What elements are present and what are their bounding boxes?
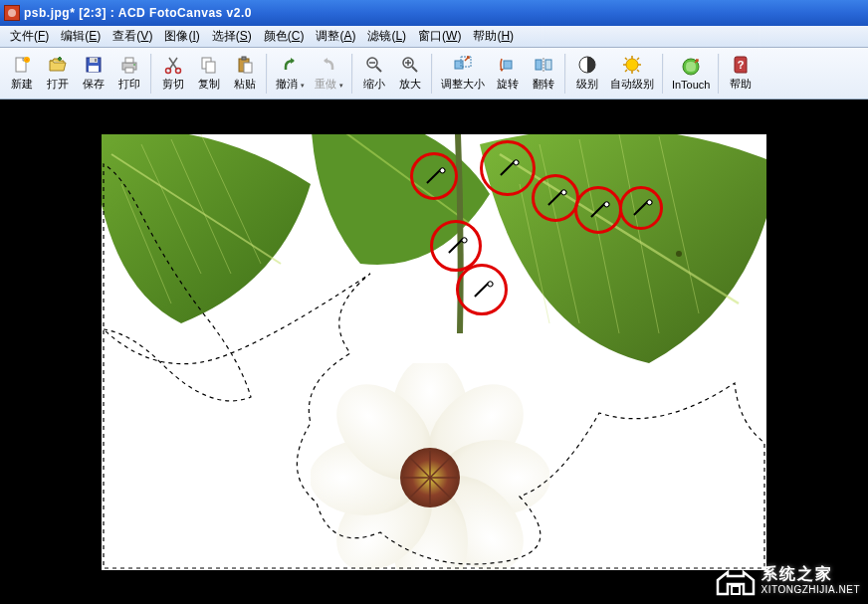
svg-line-22 xyxy=(412,67,417,72)
cut-label: 剪切 xyxy=(162,77,184,92)
svg-line-39 xyxy=(637,58,639,60)
redo-button: 重做 ▾ xyxy=(311,51,347,97)
resize-button[interactable]: 调整大小 xyxy=(437,51,489,97)
new-label: 新建 xyxy=(11,77,33,92)
watermark-name: 系统之家 xyxy=(761,564,861,583)
new-button[interactable]: 新建 xyxy=(5,51,39,97)
dropdown-arrow-icon: ▾ xyxy=(299,82,305,89)
open-label: 打开 xyxy=(47,77,69,92)
toolbar-separator xyxy=(150,54,152,94)
svg-point-43 xyxy=(676,251,682,257)
svg-rect-8 xyxy=(125,58,133,63)
annotation-circle xyxy=(430,220,482,272)
menu-e[interactable]: 编辑(E) xyxy=(55,26,107,47)
svg-rect-14 xyxy=(206,62,215,73)
rotate-button[interactable]: 旋转 xyxy=(491,51,525,97)
copy-label: 复制 xyxy=(198,77,220,92)
watermark-logo-icon xyxy=(714,562,756,598)
zoomout-button[interactable]: 缩小 xyxy=(357,51,391,97)
levels-label: 级别 xyxy=(576,77,598,92)
svg-rect-29 xyxy=(545,60,551,70)
new-icon xyxy=(12,55,32,75)
svg-rect-6 xyxy=(95,59,97,62)
toolbar-separator xyxy=(266,54,268,94)
save-icon xyxy=(84,55,104,75)
autolevels-button[interactable]: 自动级别 xyxy=(606,51,658,97)
help-button[interactable]: ?帮助 xyxy=(724,51,758,97)
autolevels-icon xyxy=(622,55,642,75)
svg-text:?: ? xyxy=(738,59,745,71)
magic-wand-cursor-icon xyxy=(500,160,516,176)
save-button[interactable]: 保存 xyxy=(77,51,110,97)
toolbar-separator xyxy=(662,54,664,94)
annotation-circle xyxy=(480,140,536,196)
zoomin-icon xyxy=(400,55,420,75)
svg-line-37 xyxy=(625,58,627,60)
menu-c[interactable]: 颜色(C) xyxy=(258,26,311,47)
svg-rect-61 xyxy=(732,586,740,594)
menu-a[interactable]: 调整(A) xyxy=(310,26,361,47)
menu-l[interactable]: 滤镜(L) xyxy=(361,26,412,47)
menu-s[interactable]: 选择(S) xyxy=(206,26,258,47)
rotate-icon xyxy=(498,55,518,75)
save-label: 保存 xyxy=(83,77,105,92)
toolbar: 新建打开保存打印剪切复制粘贴撤消 ▾重做 ▾缩小放大调整大小旋转翻转级别自动级别… xyxy=(0,48,868,100)
autolevels-label: 自动级别 xyxy=(610,77,654,92)
menu-h[interactable]: 帮助(H) xyxy=(467,26,520,47)
undo-button[interactable]: 撤消 ▾ xyxy=(272,51,309,97)
toolbar-separator xyxy=(351,54,353,94)
copy-icon xyxy=(199,55,219,75)
resize-icon xyxy=(453,55,473,75)
paste-icon xyxy=(235,55,255,75)
copy-button[interactable]: 复制 xyxy=(192,51,226,97)
undo-icon xyxy=(280,55,300,75)
magic-wand-cursor-icon xyxy=(590,202,606,218)
print-icon xyxy=(119,55,139,75)
flip-label: 翻转 xyxy=(533,77,554,92)
redo-label: 重做 ▾ xyxy=(315,77,343,92)
watermark: 系统之家 XITONGZHIJIA.NET xyxy=(714,562,861,598)
help-icon: ? xyxy=(731,55,751,75)
svg-point-0 xyxy=(8,9,16,17)
menu-v[interactable]: 查看(V) xyxy=(107,26,158,47)
svg-line-40 xyxy=(625,70,627,72)
magic-wand-cursor-icon xyxy=(474,282,490,298)
redo-icon xyxy=(319,55,338,75)
flower-image xyxy=(311,363,549,570)
menubar: 文件(F)编辑(E)查看(V)图像(I)选择(S)颜色(C)调整(A)滤镜(L)… xyxy=(0,26,868,48)
svg-line-38 xyxy=(637,70,639,72)
zoomout-label: 缩小 xyxy=(363,77,385,92)
svg-point-11 xyxy=(166,69,171,74)
rotate-label: 旋转 xyxy=(497,77,519,92)
levels-button[interactable]: 级别 xyxy=(570,51,604,97)
menu-w[interactable]: 窗口(W) xyxy=(412,26,467,47)
image-canvas[interactable] xyxy=(102,134,766,570)
toolbar-separator xyxy=(564,54,566,94)
resize-label: 调整大小 xyxy=(441,77,485,92)
zoomout-icon xyxy=(364,55,384,75)
annotation-circle xyxy=(619,186,663,230)
menu-i[interactable]: 图像(I) xyxy=(158,26,205,47)
svg-rect-5 xyxy=(89,66,99,72)
zoomin-button[interactable]: 放大 xyxy=(393,51,427,97)
help-label: 帮助 xyxy=(730,77,752,92)
magic-wand-cursor-icon xyxy=(547,190,563,206)
annotation-circle xyxy=(456,264,508,315)
svg-rect-28 xyxy=(536,60,542,70)
canvas-area: 系统之家 XITONGZHIJIA.NET xyxy=(0,100,868,604)
intouch-label: InTouch xyxy=(672,79,711,91)
annotation-circle xyxy=(574,186,622,234)
intouch-button[interactable]: InTouch xyxy=(668,51,715,97)
magic-wand-cursor-icon xyxy=(633,200,649,216)
magic-wand-cursor-icon xyxy=(426,168,442,184)
svg-rect-17 xyxy=(244,63,252,73)
cut-button[interactable]: 剪切 xyxy=(156,51,190,97)
flip-button[interactable]: 翻转 xyxy=(527,51,560,97)
print-button[interactable]: 打印 xyxy=(112,51,146,97)
open-button[interactable]: 打开 xyxy=(41,51,75,97)
svg-rect-9 xyxy=(125,68,133,73)
print-label: 打印 xyxy=(118,77,140,92)
cut-icon xyxy=(163,55,183,75)
menu-f[interactable]: 文件(F) xyxy=(4,26,55,47)
paste-button[interactable]: 粘贴 xyxy=(228,51,262,97)
